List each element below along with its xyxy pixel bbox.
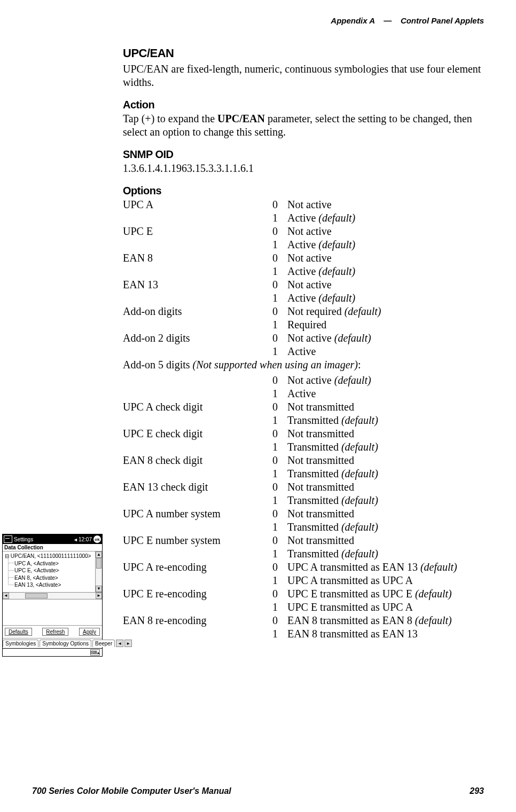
tree-item[interactable]: EAN 8, <Activate> [5, 574, 94, 582]
h-scroll-thumb[interactable] [25, 593, 48, 598]
option-value-desc: Active (default) [287, 211, 484, 225]
option-label [123, 521, 272, 534]
options-table-2: 0Not active (default)1ActiveUPC A check … [123, 374, 484, 641]
default-marker: (default) [341, 441, 378, 453]
option-value-number: 0 [272, 225, 287, 238]
tab-beeper[interactable]: Beeper [92, 640, 115, 647]
option-value-desc: Transmitted (default) [287, 467, 484, 480]
heading-snmp-oid: SNMP OID [123, 148, 484, 161]
option-value-number: 1 [272, 387, 287, 400]
option-value-number: 1 [272, 494, 287, 507]
option-value-number: 0 [272, 561, 287, 574]
dash: — [384, 16, 392, 25]
option-row: 1UPC A transmitted as UPC A [123, 574, 484, 587]
option-value-number: 0 [272, 278, 287, 291]
option-value-desc: Not active [287, 278, 484, 291]
option-value-desc: Not transmitted [287, 480, 484, 494]
option-row: UPC E number system0Not transmitted [123, 534, 484, 547]
option-label: Add-on 2 digits [123, 332, 272, 345]
option-row: 1Active [123, 387, 484, 400]
option-row: UPC E0Not active [123, 225, 484, 238]
option-value-number: 1 [272, 414, 287, 427]
option-row: 1Transmitted (default) [123, 494, 484, 507]
option-label [123, 387, 272, 400]
option-row: EAN 130Not active [123, 278, 484, 291]
option-value-number: 0 [272, 587, 287, 601]
scroll-right-arrow[interactable]: ► [96, 593, 102, 599]
option-value-desc: Not transmitted [287, 534, 484, 547]
apply-button[interactable]: Apply [79, 628, 100, 636]
applet-subtitle: Data Collection [3, 544, 102, 551]
tree-h-scrollbar[interactable]: ◄ ► [3, 592, 102, 599]
applet-tabstrip: Symbologies Symbology Options Beeper ◄ ► [3, 638, 102, 648]
scroll-left-arrow[interactable]: ◄ [3, 593, 9, 599]
option-label [123, 494, 272, 507]
option-value-desc: Transmitted (default) [287, 547, 484, 561]
scroll-down-arrow[interactable]: ▼ [96, 586, 102, 592]
option-label: UPC A re-encoding [123, 561, 272, 574]
option-label [123, 547, 272, 561]
default-marker: (default) [415, 614, 452, 626]
option-value-desc: Not required (default) [287, 305, 484, 318]
option-label [123, 467, 272, 480]
option-value-desc: UPC E transmitted as UPC E (default) [287, 587, 484, 601]
option-row: 1Transmitted (default) [123, 521, 484, 534]
default-marker: (default) [334, 374, 371, 386]
option-row: Add-on 2 digits0Not active (default) [123, 332, 484, 345]
keyboard-icon[interactable]: ⌨▴ [90, 649, 100, 656]
option-label: EAN 8 check digit [123, 454, 272, 467]
ok-button[interactable]: ok [93, 535, 101, 543]
option-label [123, 574, 272, 587]
option-row: 1Active (default) [123, 265, 484, 278]
refresh-button[interactable]: Refresh [42, 628, 68, 636]
option-row: UPC A re-encoding0UPC A transmitted as E… [123, 561, 484, 574]
applet-preview-pane [3, 599, 102, 625]
tree-v-scrollbar[interactable]: ▲ ▼ [95, 551, 102, 592]
option-label [123, 601, 272, 614]
option-value-number: 1 [272, 601, 287, 614]
defaults-button[interactable]: Defaults [5, 628, 32, 636]
option-value-desc: Active (default) [287, 291, 484, 305]
option-label [123, 345, 272, 358]
option-label [123, 211, 272, 225]
running-head: Appendix A — Control Panel Applets [32, 16, 484, 25]
option-row: 1Active (default) [123, 291, 484, 305]
option-row: 1Transmitted (default) [123, 414, 484, 427]
heading-upc-ean: UPC/EAN [123, 46, 484, 60]
option-value-number: 0 [272, 507, 287, 521]
option-label: EAN 8 [123, 251, 272, 265]
default-marker: (default) [341, 468, 378, 479]
default-marker: (default) [341, 494, 378, 506]
tab-symbology-options[interactable]: Symbology Options [40, 640, 91, 647]
scroll-thumb[interactable] [96, 558, 101, 569]
tab-symbologies[interactable]: Symbologies [3, 640, 38, 647]
option-row: 1Active (default) [123, 238, 484, 251]
tree-item[interactable]: UPC A, <Activate> [5, 560, 94, 567]
option-label [123, 238, 272, 251]
default-marker: (default) [345, 305, 381, 317]
option-value-number: 0 [272, 427, 287, 440]
options-table-1: UPC A0Not active1Active (default)UPC E0N… [123, 198, 484, 358]
option-row: UPC E check digit0Not transmitted [123, 427, 484, 440]
option-row: Add-on digits0Not required (default) [123, 305, 484, 318]
applet-tree[interactable]: UPC/EAN, <1111000111111000> UPC A, <Acti… [3, 551, 95, 592]
tab-scroll-right[interactable]: ► [124, 640, 132, 647]
option-row: 1UPC E transmitted as UPC A [123, 601, 484, 614]
tree-root[interactable]: UPC/EAN, <1111000111111000> [5, 553, 94, 560]
option-label: UPC E check digit [123, 427, 272, 440]
heading-options: Options [123, 185, 484, 197]
page-footer: 700 Series Color Mobile Computer User's … [32, 786, 484, 796]
tree-item[interactable]: EAN 13, <Activate> [5, 581, 94, 589]
option-label: UPC E [123, 225, 272, 238]
default-marker: (default) [318, 292, 355, 304]
option-value-number: 0 [272, 198, 287, 211]
option-row: EAN 8 check digit0Not transmitted [123, 454, 484, 467]
tree-item[interactable]: UPC E, <Activate> [5, 567, 94, 574]
option-value-number: 1 [272, 265, 287, 278]
option-label [123, 291, 272, 305]
scroll-up-arrow[interactable]: ▲ [96, 551, 102, 558]
default-marker: (default) [415, 588, 452, 600]
option-value-desc: Active [287, 345, 484, 358]
tab-scroll-left[interactable]: ◄ [116, 640, 123, 647]
option-row: 0Not active (default) [123, 374, 484, 387]
